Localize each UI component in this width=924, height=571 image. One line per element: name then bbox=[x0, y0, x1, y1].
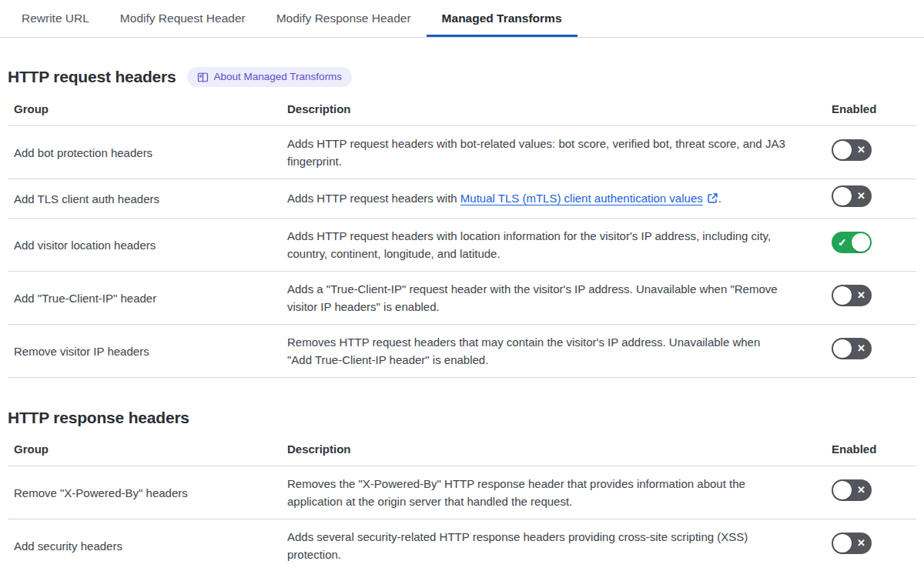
x-icon: ✕ bbox=[857, 343, 865, 353]
enabled-toggle-remove-visitor-ip-headers[interactable]: ✕ bbox=[832, 338, 872, 359]
table-row: Add TLS client auth headersAdds HTTP req… bbox=[8, 179, 916, 219]
enabled-toggle-add-tls-client-auth-headers[interactable]: ✕ bbox=[832, 185, 872, 207]
row-group-label: Add TLS client auth headers bbox=[8, 179, 281, 219]
row-description: Adds HTTP request headers with location … bbox=[281, 219, 825, 272]
enabled-toggle-remove-x-powered-by-headers[interactable]: ✕ bbox=[832, 479, 872, 501]
about-managed-transforms-badge[interactable]: About Managed Transforms bbox=[187, 67, 353, 87]
request-headers-table: Group Description Enabled Add bot protec… bbox=[8, 95, 916, 378]
table-header-row: Group Description Enabled bbox=[8, 435, 916, 466]
column-enabled: Enabled bbox=[825, 435, 916, 466]
request-headers-title: HTTP request headers bbox=[8, 68, 176, 86]
badge-label: About Managed Transforms bbox=[214, 71, 343, 83]
enabled-toggle-add-security-headers[interactable]: ✕ bbox=[832, 533, 872, 554]
table-row: Add "True-Client-IP" headerAdds a "True-… bbox=[8, 272, 916, 325]
tab-modify-response-header[interactable]: Modify Response Header bbox=[261, 0, 427, 37]
check-icon: ✓ bbox=[838, 237, 847, 248]
response-headers-title: HTTP response headers bbox=[8, 409, 189, 427]
toggle-knob bbox=[833, 339, 852, 358]
enabled-toggle-add-visitor-location-headers[interactable]: ✓ bbox=[832, 232, 872, 253]
mtls-docs-link[interactable]: Mutual TLS (mTLS) client authentication … bbox=[460, 192, 703, 205]
table-row: Remove visitor IP headersRemoves HTTP re… bbox=[8, 325, 916, 378]
book-icon bbox=[197, 72, 209, 83]
toggle-knob bbox=[833, 187, 852, 205]
toggle-knob bbox=[833, 481, 852, 499]
column-description: Description bbox=[281, 95, 825, 126]
request-headers-section-head: HTTP request headers About Managed Trans… bbox=[8, 67, 916, 87]
tab-managed-transforms[interactable]: Managed Transforms bbox=[427, 0, 578, 37]
x-icon: ✕ bbox=[857, 538, 865, 548]
column-description: Description bbox=[281, 435, 825, 466]
toggle-knob bbox=[833, 534, 852, 553]
column-group: Group bbox=[8, 95, 281, 126]
row-description: Adds HTTP request headers with Mutual TL… bbox=[281, 179, 825, 219]
enabled-toggle-add-bot-protection-headers[interactable]: ✕ bbox=[832, 139, 872, 161]
external-link-icon bbox=[707, 191, 718, 209]
enabled-toggle-add-true-client-ip-header[interactable]: ✕ bbox=[832, 285, 872, 306]
table-header-row: Group Description Enabled bbox=[8, 95, 916, 126]
x-icon: ✕ bbox=[857, 485, 865, 495]
row-group-label: Add visitor location headers bbox=[8, 219, 281, 272]
response-headers-section-head: HTTP response headers bbox=[8, 409, 916, 427]
table-row: Add visitor location headersAdds HTTP re… bbox=[8, 219, 916, 272]
row-description: Adds a "True-Client-IP" request header w… bbox=[281, 272, 825, 325]
toggle-knob bbox=[852, 233, 870, 252]
row-description: Removes HTTP request headers that may co… bbox=[281, 325, 825, 378]
row-group-label: Add "True-Client-IP" header bbox=[8, 272, 281, 325]
table-row: Add security headersAdds several securit… bbox=[8, 519, 916, 571]
tab-rewrite-url[interactable]: Rewrite URL bbox=[6, 0, 105, 37]
row-group-label: Remove "X-Powered-By" headers bbox=[8, 466, 281, 519]
x-icon: ✕ bbox=[857, 145, 865, 155]
row-description: Removes the "X-Powered-By" HTTP response… bbox=[281, 466, 825, 519]
tab-bar: Rewrite URLModify Request HeaderModify R… bbox=[0, 0, 924, 38]
toggle-knob bbox=[833, 141, 852, 159]
response-headers-table: Group Description Enabled Remove "X-Powe… bbox=[8, 435, 916, 571]
managed-transforms-page: HTTP request headers About Managed Trans… bbox=[0, 67, 924, 571]
column-enabled: Enabled bbox=[825, 95, 916, 126]
row-description: Adds HTTP request headers with bot-relat… bbox=[281, 126, 825, 179]
table-row: Add bot protection headersAdds HTTP requ… bbox=[8, 126, 916, 179]
column-group: Group bbox=[8, 435, 281, 466]
table-row: Remove "X-Powered-By" headersRemoves the… bbox=[8, 466, 916, 519]
tab-modify-request-header[interactable]: Modify Request Header bbox=[105, 0, 261, 37]
x-icon: ✕ bbox=[857, 290, 865, 300]
row-group-label: Remove visitor IP headers bbox=[8, 325, 281, 378]
toggle-knob bbox=[833, 286, 852, 305]
row-description: Adds several security-related HTTP respo… bbox=[281, 519, 825, 571]
row-group-label: Add security headers bbox=[8, 519, 281, 571]
row-group-label: Add bot protection headers bbox=[8, 126, 281, 179]
x-icon: ✕ bbox=[857, 191, 865, 201]
